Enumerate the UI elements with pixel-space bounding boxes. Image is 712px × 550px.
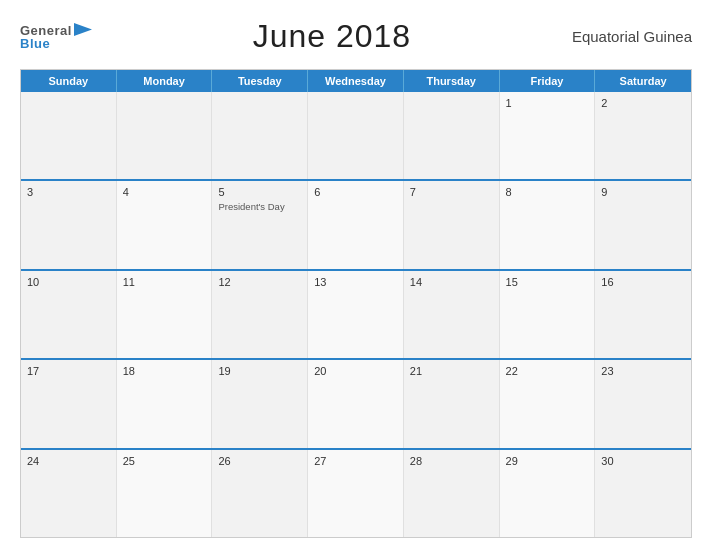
date-16: 16: [601, 276, 685, 288]
header-tuesday: Tuesday: [212, 70, 308, 92]
date-2: 2: [601, 97, 685, 109]
cell-w5-wed: 27: [308, 450, 404, 537]
date-17: 17: [27, 365, 110, 377]
date-20: 20: [314, 365, 397, 377]
cell-w5-mon: 25: [117, 450, 213, 537]
cell-w2-sun: 3: [21, 181, 117, 268]
date-14: 14: [410, 276, 493, 288]
svg-marker-0: [74, 23, 92, 36]
header-thursday: Thursday: [404, 70, 500, 92]
date-1: 1: [506, 97, 589, 109]
cell-w5-thu: 28: [404, 450, 500, 537]
date-13: 13: [314, 276, 397, 288]
cell-w4-mon: 18: [117, 360, 213, 447]
cell-w1-sun: [21, 92, 117, 179]
cell-w3-thu: 14: [404, 271, 500, 358]
cell-w4-tue: 19: [212, 360, 308, 447]
date-22: 22: [506, 365, 589, 377]
date-3: 3: [27, 186, 110, 198]
date-8: 8: [506, 186, 589, 198]
cell-w1-thu: [404, 92, 500, 179]
header-saturday: Saturday: [595, 70, 691, 92]
date-29: 29: [506, 455, 589, 467]
cell-w2-tue: 5 President's Day: [212, 181, 308, 268]
date-18: 18: [123, 365, 206, 377]
cell-w2-sat: 9: [595, 181, 691, 268]
date-15: 15: [506, 276, 589, 288]
header-sunday: Sunday: [21, 70, 117, 92]
cell-w3-sat: 16: [595, 271, 691, 358]
cell-w4-sat: 23: [595, 360, 691, 447]
date-6: 6: [314, 186, 397, 198]
cell-w1-fri: 1: [500, 92, 596, 179]
event-presidents-day: President's Day: [218, 201, 301, 213]
logo-blue-text: Blue: [20, 37, 50, 50]
cell-w3-mon: 11: [117, 271, 213, 358]
date-24: 24: [27, 455, 110, 467]
cell-w5-sat: 30: [595, 450, 691, 537]
week-3: 10 11 12 13 14 15 16: [21, 269, 691, 358]
calendar-body: 1 2 3 4 5 President's Day 6: [21, 92, 691, 537]
cell-w1-sat: 2: [595, 92, 691, 179]
cell-w4-sun: 17: [21, 360, 117, 447]
date-5: 5: [218, 186, 301, 198]
date-10: 10: [27, 276, 110, 288]
header-wednesday: Wednesday: [308, 70, 404, 92]
cell-w4-fri: 22: [500, 360, 596, 447]
logo-flag-icon: [74, 23, 92, 36]
date-26: 26: [218, 455, 301, 467]
header-friday: Friday: [500, 70, 596, 92]
cell-w4-wed: 20: [308, 360, 404, 447]
date-4: 4: [123, 186, 206, 198]
cell-w1-wed: [308, 92, 404, 179]
calendar: Sunday Monday Tuesday Wednesday Thursday…: [20, 69, 692, 538]
cell-w3-sun: 10: [21, 271, 117, 358]
header-monday: Monday: [117, 70, 213, 92]
cell-w2-thu: 7: [404, 181, 500, 268]
cell-w2-wed: 6: [308, 181, 404, 268]
date-30: 30: [601, 455, 685, 467]
date-9: 9: [601, 186, 685, 198]
calendar-page: General Blue June 2018 Equatorial Guinea…: [0, 0, 712, 550]
date-21: 21: [410, 365, 493, 377]
date-28: 28: [410, 455, 493, 467]
cell-w1-tue: [212, 92, 308, 179]
logo-general-text: General: [20, 24, 72, 37]
date-12: 12: [218, 276, 301, 288]
cell-w3-fri: 15: [500, 271, 596, 358]
cell-w5-sun: 24: [21, 450, 117, 537]
country-name: Equatorial Guinea: [572, 28, 692, 45]
header: General Blue June 2018 Equatorial Guinea: [20, 18, 692, 55]
date-25: 25: [123, 455, 206, 467]
cell-w3-wed: 13: [308, 271, 404, 358]
month-title: June 2018: [253, 18, 411, 55]
cell-w5-fri: 29: [500, 450, 596, 537]
week-2: 3 4 5 President's Day 6 7 8: [21, 179, 691, 268]
cell-w1-mon: [117, 92, 213, 179]
week-5: 24 25 26 27 28 29 30: [21, 448, 691, 537]
date-23: 23: [601, 365, 685, 377]
date-19: 19: [218, 365, 301, 377]
date-7: 7: [410, 186, 493, 198]
calendar-header: Sunday Monday Tuesday Wednesday Thursday…: [21, 70, 691, 92]
cell-w4-thu: 21: [404, 360, 500, 447]
week-1: 1 2: [21, 92, 691, 179]
cell-w2-mon: 4: [117, 181, 213, 268]
week-4: 17 18 19 20 21 22 23: [21, 358, 691, 447]
cell-w5-tue: 26: [212, 450, 308, 537]
logo: General Blue: [20, 24, 92, 50]
cell-w3-tue: 12: [212, 271, 308, 358]
date-27: 27: [314, 455, 397, 467]
date-11: 11: [123, 276, 206, 288]
cell-w2-fri: 8: [500, 181, 596, 268]
